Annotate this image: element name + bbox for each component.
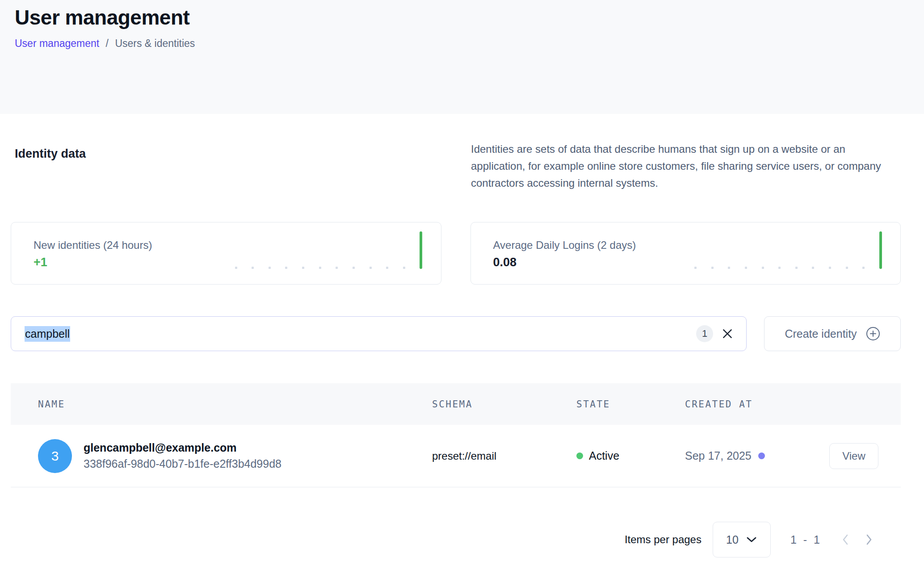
created-at-cell: Sep 17, 2025	[685, 449, 818, 462]
chevron-down-icon	[746, 536, 757, 544]
active-status-dot-icon	[576, 453, 583, 459]
page-range-label: 1 - 1	[790, 533, 822, 546]
next-page-button[interactable]	[860, 531, 878, 549]
stat-card-new-identities: New identities (24 hours) +1	[11, 222, 441, 285]
name-cell: 3 glencampbell@example.com 338f96af-98d0…	[11, 439, 432, 473]
column-header-created-at: CREATED AT	[685, 399, 818, 410]
chevron-right-icon	[865, 533, 873, 546]
breadcrumb-current: Users & identities	[115, 38, 195, 49]
search-row: campbell 1 Create identity	[11, 316, 901, 351]
breadcrumb-separator: /	[106, 38, 109, 49]
sparkline-chart	[694, 231, 882, 269]
page-header: User management User management / Users …	[0, 0, 924, 114]
page-size-select[interactable]: 10	[713, 522, 771, 557]
schema-cell: preset://email	[432, 450, 576, 462]
plus-circle-icon	[866, 327, 880, 341]
avatar: 3	[38, 439, 72, 473]
search-input[interactable]: campbell 1	[11, 316, 747, 351]
view-button[interactable]: View	[829, 443, 878, 469]
page-size-value: 10	[726, 533, 739, 546]
chevron-left-icon	[841, 533, 849, 546]
column-header-name: NAME	[11, 399, 432, 410]
close-icon	[721, 327, 734, 340]
created-at-dot-icon	[758, 453, 765, 459]
stat-card-average-daily-logins: Average Daily Logins (2 days) 0.08	[470, 222, 901, 285]
page-title: User management	[15, 4, 924, 30]
section-description: Identities are sets of data that describ…	[471, 141, 901, 192]
section-heading: Identity data	[15, 147, 86, 161]
items-per-page-label: Items per pages	[625, 533, 701, 546]
pagination: Items per pages 10 1 - 1	[11, 522, 901, 557]
main-content: Identity data Identities are sets of dat…	[0, 114, 924, 557]
table-row: 3 glencampbell@example.com 338f96af-98d0…	[11, 425, 901, 487]
identity-data-section-header: Identity data Identities are sets of dat…	[11, 141, 901, 192]
state-label: Active	[589, 449, 619, 462]
stat-cards: New identities (24 hours) +1 Average Dai…	[11, 222, 901, 285]
sparkline-chart	[235, 231, 423, 269]
search-result-count-badge: 1	[696, 325, 713, 342]
create-identity-button[interactable]: Create identity	[764, 316, 901, 351]
state-cell: Active	[576, 449, 685, 462]
previous-page-button[interactable]	[836, 531, 854, 549]
identity-email: glencampbell@example.com	[84, 441, 281, 454]
table-header-row: NAME SCHEMA STATE CREATED AT	[11, 383, 901, 425]
identities-table: NAME SCHEMA STATE CREATED AT 3 glencampb…	[11, 383, 901, 487]
created-at-date: Sep 17, 2025	[685, 449, 752, 462]
breadcrumb-link-user-management[interactable]: User management	[15, 38, 99, 49]
column-header-schema: SCHEMA	[432, 399, 576, 410]
create-identity-label: Create identity	[785, 327, 857, 340]
breadcrumb: User management / Users & identities	[15, 37, 924, 50]
search-input-value: campbell	[25, 326, 70, 342]
column-header-state: STATE	[576, 399, 685, 410]
identity-id: 338f96af-98d0-40b7-b1fe-e2ff3b4d99d8	[84, 457, 281, 470]
clear-search-button[interactable]	[720, 327, 735, 341]
